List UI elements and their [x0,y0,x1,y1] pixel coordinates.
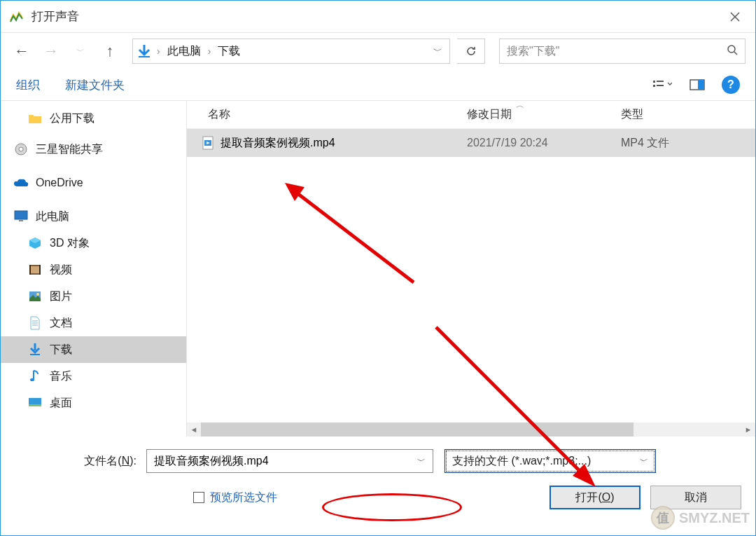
sidebar-item-label: 公用下载 [50,111,94,126]
sidebar-item-label: 下载 [50,343,72,357]
chevron-down-icon[interactable]: ﹀ [640,455,648,467]
address-dropdown[interactable]: ﹀ [426,39,449,63]
search-icon [727,44,738,58]
bottom-panel: 文件名(N): 提取音频案例视频.mp4 ﹀ 支持的文件 (*.wav;*.mp… [1,437,755,519]
filename-label: 文件名(N): [15,454,141,469]
sidebar-item-label: 图片 [50,289,72,304]
sidebar-item-3d[interactable]: 3D 对象 [1,230,186,256]
chevron-right-icon: › [206,46,213,57]
sidebar-item-this-pc[interactable]: 此电脑 [1,203,186,230]
svg-point-20 [36,293,39,296]
column-headers: ︿ 名称 修改日期 类型 [187,101,755,129]
app-icon [9,9,24,25]
svg-rect-17 [29,265,31,275]
svg-rect-6 [657,81,664,82]
sidebar-item-label: 音乐 [50,369,72,384]
recent-dropdown[interactable]: ﹀ [69,40,92,62]
address-bar[interactable]: › 此电脑 › 下载 ﹀ [132,39,450,64]
svg-rect-24 [30,354,40,355]
sidebar-item-label: 此电脑 [36,209,69,224]
sidebar-item-label: OneDrive [36,177,83,189]
forward-button[interactable]: → [40,40,62,62]
scroll-left-button[interactable]: ◄ [187,422,201,437]
search-input[interactable]: 搜索"下载" [499,39,746,64]
svg-rect-2 [139,56,150,57]
toolbar: 组织 新建文件夹 ? [1,69,755,100]
horizontal-scrollbar[interactable]: ◄ ► [187,422,755,437]
column-header-type[interactable]: 类型 [621,107,755,122]
svg-point-25 [30,378,34,381]
svg-rect-5 [653,81,655,83]
preview-label: 预览所选文件 [210,490,277,505]
file-list-area: ︿ 名称 修改日期 类型 提取音频案例视频.mp4 2021/7/19 20:2… [186,101,755,437]
svg-rect-14 [19,220,23,221]
breadcrumb-root[interactable]: 此电脑 [162,44,206,59]
svg-rect-10 [698,80,704,90]
watermark-coin-icon: 值 [651,506,675,530]
file-name: 提取音频案例视频.mp4 [220,136,335,151]
svg-rect-16 [31,266,39,273]
navigation-bar: ← → ﹀ ↑ › 此电脑 › 下载 ﹀ 搜索"下载" [1,33,755,69]
close-button[interactable] [715,1,755,33]
preview-checkbox[interactable]: 预览所选文件 [193,490,277,505]
sidebar-item-label: 三星智能共享 [36,142,103,157]
download-arrow-icon [27,342,43,357]
sidebar-item-label: 视频 [50,263,72,277]
desktop-icon [27,395,43,411]
breadcrumb-folder[interactable]: 下载 [212,44,246,59]
view-options-button[interactable] [652,74,673,95]
filetype-value: 支持的文件 (*.wav;*.mp3;...) [452,454,591,469]
up-button[interactable]: ↑ [99,40,121,62]
search-placeholder: 搜索"下载" [507,44,727,59]
scroll-right-button[interactable]: ► [741,422,755,437]
refresh-button[interactable] [457,39,485,64]
sidebar-item-documents[interactable]: 文档 [1,310,186,336]
cube-icon [27,235,43,251]
chevron-right-icon: › [155,46,162,57]
sidebar-item-label: 文档 [50,316,72,331]
download-arrow-icon [133,40,155,62]
new-folder-button[interactable]: 新建文件夹 [62,76,127,95]
svg-rect-13 [15,211,27,219]
filename-input[interactable]: 提取音频案例视频.mp4 ﹀ [146,449,433,473]
open-button[interactable]: 打开(O) [550,486,640,509]
back-button[interactable]: ← [10,40,33,62]
svg-rect-7 [653,85,655,87]
file-row[interactable]: 提取音频案例视频.mp4 2021/7/19 20:24 MP4 文件 [187,129,755,157]
organize-menu[interactable]: 组织 [13,76,43,95]
filetype-select[interactable]: 支持的文件 (*.wav;*.mp3;...) ﹀ [444,449,656,473]
sidebar-item-label: 3D 对象 [50,236,90,251]
sidebar-item-pictures[interactable]: 图片 [1,283,186,310]
disk-icon [13,142,29,157]
help-button[interactable]: ? [722,76,740,94]
svg-rect-18 [39,265,41,275]
sidebar-item-samsung[interactable]: 三星智能共享 [1,136,186,163]
svg-rect-27 [29,404,41,406]
folder-icon [27,111,43,126]
monitor-icon [13,209,29,224]
music-icon [27,369,43,384]
column-header-name[interactable]: 名称 [187,107,467,122]
video-file-icon [201,136,215,150]
column-header-modified[interactable]: 修改日期 [467,107,621,122]
svg-point-12 [19,147,23,151]
svg-point-3 [728,46,735,53]
sidebar-item-label: 桌面 [50,396,72,411]
window-title: 打开声音 [31,8,79,25]
file-modified: 2021/7/19 20:24 [467,137,621,149]
sidebar-item-videos[interactable]: 视频 [1,256,186,283]
scrollbar-thumb[interactable] [201,422,634,437]
title-bar: 打开声音 [1,1,755,33]
chevron-down-icon[interactable]: ﹀ [417,455,426,467]
sidebar-item-onedrive[interactable]: OneDrive [1,170,186,196]
svg-line-4 [734,52,737,55]
sidebar-item-desktop[interactable]: 桌面 [1,390,186,416]
filename-value: 提取音频案例视频.mp4 [154,454,269,469]
sort-indicator-icon: ︿ [516,99,524,111]
preview-pane-button[interactable] [687,74,708,95]
onedrive-icon [13,175,29,191]
sidebar-item-public-downloads[interactable]: 公用下载 [1,105,186,132]
sidebar-item-music[interactable]: 音乐 [1,363,186,390]
sidebar-item-downloads[interactable]: 下载 [1,336,186,363]
video-icon [27,262,43,277]
